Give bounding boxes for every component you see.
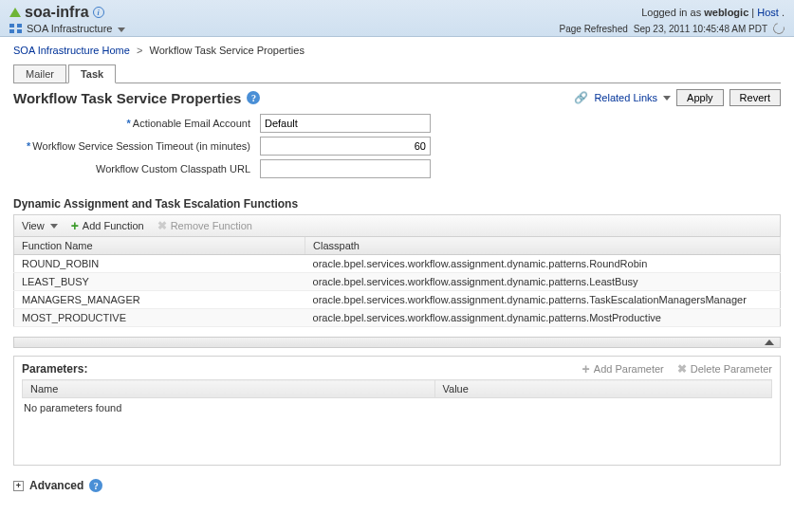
cell-function-name: MOST_PRODUCTIVE [14, 309, 305, 327]
breadcrumb-home[interactable]: SOA Infrastructure Home [13, 45, 130, 56]
col-function-name[interactable]: Function Name [14, 237, 305, 255]
login-status: Logged in as weblogic | Host . [641, 7, 785, 18]
host-suffix: . [782, 7, 785, 18]
apply-button[interactable]: Apply [676, 89, 724, 106]
soa-infra-menu[interactable]: SOA Infrastructure [27, 23, 125, 34]
login-sep: | [751, 7, 754, 18]
remove-function-button: ✖ Remove Function [157, 219, 252, 232]
breadcrumb-current: Workflow Task Service Properties [149, 45, 304, 56]
splitter-bar[interactable] [13, 337, 781, 348]
form-area: *Actionable Email Account *Workflow Serv… [0, 114, 794, 190]
refresh-prefix: Page Refreshed [560, 24, 628, 34]
col-param-name[interactable]: Name [23, 380, 435, 398]
cell-classpath: oracle.bpel.services.workflow.assignment… [305, 291, 781, 309]
collapse-up-icon[interactable] [765, 339, 774, 345]
tab-mailer[interactable]: Mailer [13, 64, 66, 83]
session-timeout-label: *Workflow Service Session Timeout (in mi… [13, 140, 260, 152]
custom-classpath-label: Workflow Custom Classpath URL [13, 163, 260, 174]
x-icon: ✖ [677, 362, 687, 376]
email-account-label: *Actionable Email Account [13, 118, 260, 129]
refresh-timestamp: Sep 23, 2011 10:45:48 AM PDT [634, 24, 767, 34]
expand-icon[interactable]: + [13, 481, 24, 491]
custom-classpath-input[interactable] [260, 159, 431, 178]
link-icon: 🔗 [574, 91, 588, 104]
page-header: soa-infra i Logged in as weblogic | Host… [0, 0, 794, 37]
cluster-icon [9, 24, 23, 33]
cell-classpath: oracle.bpel.services.workflow.assignment… [305, 273, 781, 291]
help-icon[interactable]: ? [89, 479, 102, 492]
chevron-down-icon [663, 96, 671, 101]
col-param-value[interactable]: Value [434, 380, 772, 398]
table-row[interactable]: MOST_PRODUCTIVEoracle.bpel.services.work… [14, 309, 781, 327]
view-menu[interactable]: View [22, 220, 58, 231]
add-parameter-button: + Add Parameter [582, 362, 664, 376]
related-links-menu[interactable]: Related Links [594, 92, 671, 103]
tab-task[interactable]: Task [68, 64, 116, 83]
table-row[interactable]: MANAGERS_MANAGERoracle.bpel.services.wor… [14, 291, 781, 309]
refresh-icon[interactable] [771, 21, 786, 36]
login-prefix: Logged in as [641, 7, 704, 18]
col-classpath[interactable]: Classpath [305, 237, 781, 255]
host-link[interactable]: Host [757, 7, 779, 18]
add-parameter-label: Add Parameter [594, 363, 664, 375]
cell-function-name: MANAGERS_MANAGER [14, 291, 305, 309]
functions-toolbar: View + Add Function ✖ Remove Function [13, 214, 781, 237]
status-up-icon [9, 8, 21, 17]
cell-function-name: LEAST_BUSY [14, 273, 305, 291]
chevron-down-icon [118, 28, 125, 32]
functions-section-title: Dynamic Assignment and Task Escalation F… [0, 190, 794, 214]
parameters-empty: No parameters found [22, 398, 772, 465]
parameters-title: Parameters: [22, 362, 87, 376]
functions-table: Function Name Classpath ROUND_ROBINoracl… [13, 237, 781, 327]
email-account-input[interactable] [260, 114, 431, 133]
x-icon: ✖ [157, 219, 167, 232]
cell-classpath: oracle.bpel.services.workflow.assignment… [305, 255, 781, 273]
app-title: soa-infra [25, 4, 89, 21]
help-icon[interactable]: ? [247, 91, 260, 104]
chevron-down-icon [50, 224, 58, 229]
login-user: weblogic [704, 7, 748, 18]
session-timeout-input[interactable] [260, 137, 431, 156]
related-links-label: Related Links [594, 92, 657, 103]
advanced-section[interactable]: + Advanced ? [0, 466, 794, 500]
page-title-row: Workflow Task Service Properties ? [13, 90, 260, 106]
info-icon[interactable]: i [93, 7, 104, 18]
view-label: View [22, 220, 45, 231]
table-row[interactable]: ROUND_ROBINoracle.bpel.services.workflow… [14, 255, 781, 273]
revert-button[interactable]: Revert [729, 89, 781, 106]
add-function-label: Add Function [83, 220, 144, 231]
cell-function-name: ROUND_ROBIN [14, 255, 305, 273]
advanced-label: Advanced [29, 479, 83, 492]
page-title: Workflow Task Service Properties [13, 90, 241, 106]
add-function-button[interactable]: + Add Function [71, 220, 144, 231]
subtitle-label: SOA Infrastructure [27, 23, 112, 34]
page-head: Workflow Task Service Properties ? 🔗 Rel… [0, 83, 794, 110]
plus-icon: + [71, 221, 79, 230]
cell-classpath: oracle.bpel.services.workflow.assignment… [305, 309, 781, 327]
table-row[interactable]: LEAST_BUSYoracle.bpel.services.workflow.… [14, 273, 781, 291]
parameters-table: Name Value [22, 379, 772, 398]
delete-parameter-label: Delete Parameter [691, 363, 772, 375]
tab-bar: Mailer Task [0, 64, 794, 83]
delete-parameter-button: ✖ Delete Parameter [677, 362, 772, 376]
breadcrumb-sep: > [137, 45, 142, 56]
breadcrumb: SOA Infrastructure Home > Workflow Task … [0, 37, 794, 64]
plus-icon: + [582, 364, 590, 374]
remove-function-label: Remove Function [171, 220, 252, 231]
parameters-panel: Parameters: + Add Parameter ✖ Delete Par… [13, 356, 781, 466]
